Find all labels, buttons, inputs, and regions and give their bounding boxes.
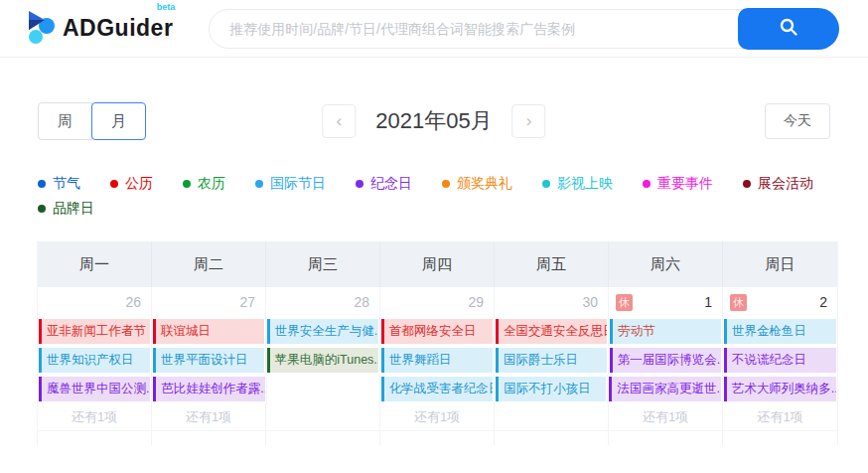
more-cell: 还有1项 xyxy=(38,403,152,430)
event-chip[interactable]: 魔兽世界中国公测... xyxy=(39,377,150,401)
event-cell: 世界安全生产与健... xyxy=(266,317,380,346)
event-chip[interactable]: 联谊城日 xyxy=(153,319,264,344)
event-cell: 第一届国际博览会... xyxy=(609,346,723,375)
event-chip[interactable]: 劳动节 xyxy=(610,319,721,344)
legend-item[interactable]: 纪念日 xyxy=(356,175,412,193)
weekday-cell: 周五 xyxy=(495,241,609,287)
event-chip[interactable]: 芭比娃娃创作者露... xyxy=(153,377,264,401)
more-events-link[interactable]: 还有1项 xyxy=(757,408,802,426)
legend-dot-icon xyxy=(442,180,450,188)
legend-item[interactable]: 农历 xyxy=(183,175,225,193)
legend-label: 节气 xyxy=(53,175,80,193)
partial-cell xyxy=(723,431,837,445)
legend-item[interactable]: 公历 xyxy=(110,175,153,193)
search-bar xyxy=(209,9,838,49)
more-cell: 还有1项 xyxy=(723,403,837,430)
event-chip[interactable]: 世界平面设计日 xyxy=(153,348,264,373)
today-button[interactable]: 今天 xyxy=(765,103,830,139)
more-events-link[interactable]: 还有1项 xyxy=(643,408,688,426)
more-events-link[interactable]: 还有1项 xyxy=(186,408,231,426)
next-month-button[interactable]: › xyxy=(512,104,546,138)
date-number: 28 xyxy=(354,294,369,310)
event-cell: 国际爵士乐日 xyxy=(495,346,609,375)
legend-item[interactable]: 展会活动 xyxy=(743,175,813,193)
legend-label: 展会活动 xyxy=(758,175,813,193)
legend-item[interactable]: 品牌日 xyxy=(38,200,94,218)
legend-dot-icon xyxy=(110,180,118,188)
date-cell[interactable]: 29 xyxy=(380,287,495,317)
date-number: 2 xyxy=(819,294,827,310)
event-cell: 亚非新闻工作者节 xyxy=(38,317,152,346)
date-number: 30 xyxy=(582,294,598,310)
view-toggle: 周 月 xyxy=(38,102,146,140)
event-chip[interactable]: 世界知识产权日 xyxy=(39,348,150,373)
legend-dot-icon xyxy=(743,180,751,188)
event-chip[interactable]: 国际不打小孩日 xyxy=(496,377,606,401)
search-button[interactable] xyxy=(738,8,839,50)
more-cell: 还有1项 xyxy=(609,403,723,430)
event-chip[interactable]: 全国交通安全反思日 xyxy=(496,319,607,344)
event-cell: 法国画家高更逝世... xyxy=(608,375,722,403)
date-cell[interactable]: 休1 xyxy=(609,287,723,317)
event-chip[interactable]: 世界舞蹈日 xyxy=(381,348,493,373)
date-cell[interactable]: 30 xyxy=(495,287,609,317)
date-number: 27 xyxy=(239,294,255,310)
legend-item[interactable]: 影视上映 xyxy=(542,175,613,193)
app-header: ADGuider beta xyxy=(0,0,868,58)
legend-item[interactable]: 重要事件 xyxy=(643,175,713,193)
date-cell[interactable]: 休2 xyxy=(723,287,837,317)
event-chip[interactable]: 世界金枪鱼日 xyxy=(724,319,836,344)
event-cell: 劳动节 xyxy=(609,317,723,346)
event-chip[interactable]: 国际爵士乐日 xyxy=(496,348,607,373)
legend-dot-icon xyxy=(38,180,46,188)
event-chip[interactable]: 首都网络安全日 xyxy=(381,319,493,344)
partial-cell xyxy=(609,431,723,445)
event-cell: 世界知识产权日 xyxy=(38,346,152,375)
partial-cell xyxy=(152,431,266,445)
event-chip[interactable]: 艺术大师列奥纳多... xyxy=(724,377,836,401)
event-chip[interactable]: 不说谎纪念日 xyxy=(724,348,836,373)
legend-item[interactable]: 节气 xyxy=(38,175,80,193)
weekday-header: 周一周二周三周四周五周六周日 xyxy=(38,241,837,287)
event-cell xyxy=(267,375,380,403)
legend-label: 颁奖典礼 xyxy=(457,175,512,193)
date-cell[interactable]: 28 xyxy=(266,287,380,317)
prev-month-button[interactable]: ‹ xyxy=(322,104,356,138)
event-chip[interactable]: 苹果电脑的iTunes... xyxy=(267,348,378,373)
event-chip[interactable]: 化学战受害者纪念日 xyxy=(381,377,493,401)
more-events-link[interactable]: 还有1项 xyxy=(414,408,460,426)
legend-dot-icon xyxy=(183,180,191,188)
date-number: 1 xyxy=(704,294,712,310)
weekday-cell: 周六 xyxy=(609,241,723,287)
legend-item[interactable]: 国际节日 xyxy=(255,175,326,193)
month-toggle-button[interactable]: 月 xyxy=(91,102,146,140)
legend-label: 品牌日 xyxy=(53,200,94,218)
logo-icon xyxy=(26,9,57,49)
event-cell: 全国交通安全反思日 xyxy=(495,317,609,346)
week-toggle-button[interactable]: 周 xyxy=(38,102,92,140)
event-chip[interactable]: 世界安全生产与健... xyxy=(267,319,378,344)
date-cell[interactable]: 26 xyxy=(38,287,152,317)
event-chip[interactable]: 第一届国际博览会... xyxy=(610,348,721,373)
more-cell xyxy=(266,403,380,430)
legend-label: 农历 xyxy=(198,175,225,193)
more-cell xyxy=(495,403,609,430)
date-number: 29 xyxy=(468,294,484,310)
search-icon xyxy=(779,17,798,40)
weekday-cell: 周二 xyxy=(152,241,266,287)
event-chip[interactable]: 法国画家高更逝世... xyxy=(609,377,720,401)
event-row: 亚非新闻工作者节联谊城日世界安全生产与健...首都网络安全日全国交通安全反思日劳… xyxy=(38,317,837,346)
date-cell[interactable]: 27 xyxy=(152,287,266,317)
event-cell: 世界平面设计日 xyxy=(152,346,266,375)
legend-label: 公历 xyxy=(125,175,153,193)
event-cell: 不说谎纪念日 xyxy=(723,346,837,375)
more-events-link[interactable]: 还有1项 xyxy=(72,408,117,426)
more-cell: 还有1项 xyxy=(152,403,266,430)
legend-item[interactable]: 颁奖典礼 xyxy=(442,175,512,193)
chevron-right-icon: › xyxy=(526,111,532,130)
event-chip[interactable]: 亚非新闻工作者节 xyxy=(39,319,150,344)
legend-dot-icon xyxy=(255,180,263,188)
legend-label: 国际节日 xyxy=(270,175,326,193)
app-logo[interactable]: ADGuider beta xyxy=(26,9,173,49)
legend-label: 纪念日 xyxy=(370,175,412,193)
